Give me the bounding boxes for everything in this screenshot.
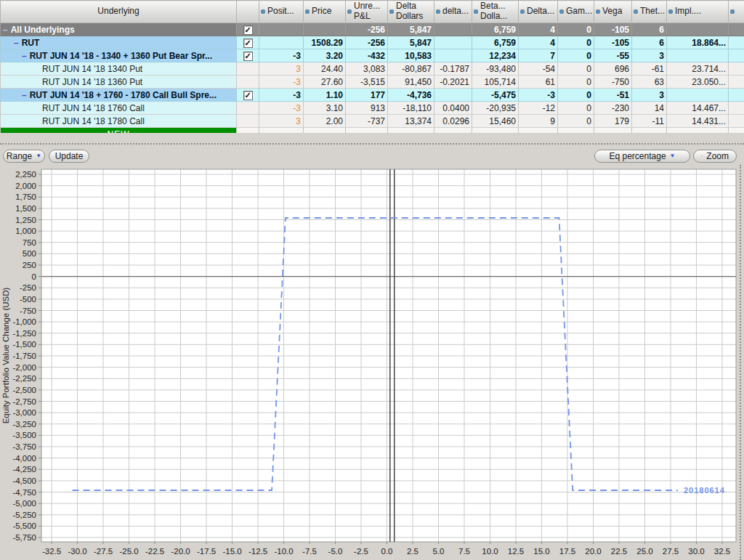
underlying-cell[interactable]: –All Underlyings [1,23,237,36]
row-checkbox[interactable]: ✓ [243,38,253,48]
cell-price [304,23,346,36]
cell-vega: 696 [594,62,632,76]
cell-unre_pnl: -256 [346,36,388,49]
row-checkbox[interactable]: ✓ [243,52,253,61]
sort-bullet-icon [474,9,478,14]
column-header-beta_dollars[interactable]: Beta...Dolla... [472,1,519,23]
x-tick-label: 30.0 [688,547,704,556]
cell-theta: 3 [632,49,667,62]
column-header-theta[interactable]: Thet... [632,1,667,23]
column-header-label: Unre...P&L [354,1,380,22]
cell-delta_lc [434,23,472,36]
column-header-extra[interactable] [729,1,744,23]
underlying-cell[interactable]: RUT JUN 14 '18 1780 Call [1,115,237,128]
update-button[interactable]: Update [49,150,89,163]
cell-vega: -750 [594,76,632,89]
sort-bullet-icon [634,9,638,14]
cell-beta_dollars: 12,234 [472,49,519,62]
x-tick-label: 32.5 [714,547,730,556]
underlying-label: RUT JUN 14 '18 + 1760 - 1780 Call Bull S… [30,90,217,100]
cell-gamma: 0 [558,89,594,102]
x-tick-label: -22.5 [145,547,164,556]
collapse-toggle-icon[interactable]: – [3,25,8,35]
row-checkbox[interactable]: ✓ [243,91,253,100]
vertical-splitter[interactable] [740,165,741,560]
table-row: RUT JUN 14 '18 1340 Put324.403,083-80,86… [1,62,744,76]
underlying-label: RUT [22,38,40,48]
x-tick-label: -20.0 [171,547,190,556]
y-tick-label: -2,250 [12,374,36,383]
collapse-toggle-icon[interactable]: – [22,51,27,61]
column-header-gamma[interactable]: Gam... [558,1,594,23]
chart-toolbar: Range ▼ Update Eq percentage ▼ Zoom [0,149,744,165]
underlying-cell[interactable]: RUT JUN 14 '18 1340 Put [1,62,237,76]
x-tick-label: 17.5 [559,547,575,556]
y-tick-label: -4,500 [12,476,36,485]
column-header-price[interactable]: Price [304,1,346,23]
cell-delta_uc: 9 [519,115,558,128]
cell-theta: 6 [632,36,667,49]
underlying-cell[interactable]: RUT JUN 14 '18 1360 Put [1,76,237,89]
row-checkbox[interactable]: ✓ [243,25,253,35]
sort-bullet-icon [730,9,735,14]
underlying-cell[interactable]: –RUT JUN 14 '18 - 1340 + 1360 Put Bear S… [1,49,237,62]
cell-position: -3 [259,89,304,102]
column-header-label: DeltaDollars [396,1,423,22]
underlying-cell[interactable]: –RUT [1,36,237,49]
y-tick-label: -250 [20,283,36,292]
y-tick-label: -5,500 [12,522,36,530]
x-tick-label: 5.0 [433,547,445,556]
cell-vega: 179 [594,115,632,128]
cell-position: 3 [259,115,304,128]
cell-beta_dollars: 15,460 [472,115,519,128]
column-header-delta_lc[interactable]: delta... [434,1,472,23]
checkbox-cell [237,102,259,115]
x-tick-label: -32.5 [42,547,61,556]
x-tick-label: -2.5 [354,547,368,556]
pnl-chart[interactable]: -5,750-5,500-5,250-5,000-4,750-4,500-4,2… [0,165,744,560]
column-header-vega[interactable]: Vega [594,1,632,23]
y-tick-label: -5,750 [12,533,36,542]
underlying-cell[interactable]: RUT JUN 14 '18 1760 Call [1,102,237,115]
checkbox-cell [237,115,259,128]
table-row: –All Underlyings✓-2565,8476,75940-1056 [1,23,744,36]
column-header-impl[interactable]: Impl.... [667,1,729,23]
range-dropdown[interactable]: Range ▼ [3,150,45,163]
column-header-delta_uc[interactable]: Delta... [519,1,558,23]
cell-position: -3 [259,102,304,115]
horizontal-splitter[interactable] [0,133,744,149]
collapse-toggle-icon[interactable]: – [22,90,27,100]
column-header-label: Gam... [566,7,592,17]
y-tick-label: -4,250 [12,465,36,474]
column-header-check[interactable] [237,1,259,23]
cell-beta_dollars: -93,480 [472,62,519,76]
y-tick-label: -5,000 [12,499,36,508]
cell-gamma: 0 [558,102,594,115]
x-tick-label: 22.5 [611,547,627,556]
y-tick-label: -2,000 [12,363,36,372]
cell-gamma: 0 [558,115,594,128]
cell-extra [729,36,744,49]
cell-delta_uc: -12 [519,102,558,115]
y-tick-label: -1,000 [12,317,36,326]
x-tick-label: -27.5 [94,547,113,556]
cell-beta_dollars: -20,935 [472,102,519,115]
underlying-cell[interactable]: –RUT JUN 14 '18 + 1760 - 1780 Call Bull … [1,89,237,102]
x-tick-label: -30.0 [68,547,86,556]
column-header-unre_pnl[interactable]: Unre...P&L [346,1,388,23]
underlying-label: RUT JUN 14 '18 1780 Call [42,116,145,126]
x-tick-label: 7.5 [458,547,470,556]
y-tick-label: -1,500 [12,340,36,349]
x-tick-label: -15.0 [222,547,241,556]
zoom-button[interactable]: Zoom [693,150,737,163]
column-header-position[interactable]: Posit... [259,1,304,23]
cell-delta_dollars: 10,583 [388,49,434,62]
collapse-toggle-icon[interactable]: – [14,38,19,48]
x-tick-label: -12.5 [248,547,267,556]
column-header-delta_dollars[interactable]: DeltaDollars [388,1,434,23]
column-header-underlying[interactable]: Underlying [1,1,237,23]
eq-percentage-dropdown[interactable]: Eq percentage ▼ [594,150,690,163]
cell-delta_lc: -0.2021 [434,76,472,89]
cell-gamma: 0 [558,62,594,76]
x-tick-label: -25.0 [119,547,138,556]
